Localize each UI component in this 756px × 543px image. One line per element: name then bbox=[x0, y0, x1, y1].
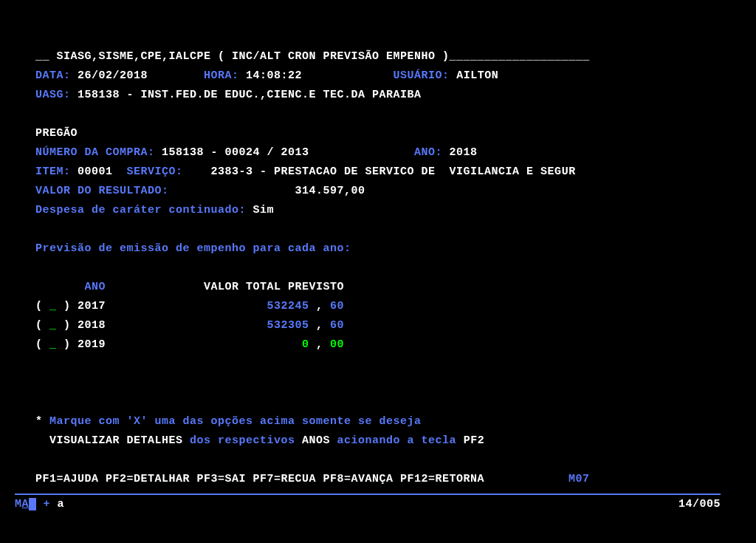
hint-line2: VISUALIZAR DETALHES dos respectivos ANOS… bbox=[35, 434, 484, 447]
cursor-icon bbox=[29, 498, 36, 510]
pregao-label: PREGÃO bbox=[35, 127, 78, 140]
mark-input: _ bbox=[49, 300, 57, 313]
info-line2: UASG: 158138 - INST.FED.DE EDUC.,CIENC.E… bbox=[35, 89, 422, 101]
previsao-title: Previsão de emissão de empenho para cada… bbox=[35, 242, 351, 255]
item-line: ITEM: 00001 SERVIÇO: 2383-3 - PRESTACAO … bbox=[35, 165, 576, 178]
table-row[interactable]: ( _ ) 2018 532305 , 60 bbox=[35, 319, 344, 332]
compra-line: NÚMERO DA COMPRA: 158138 - 00024 / 2013 … bbox=[35, 146, 478, 159]
hint-line1: * Marque com 'X' uma das opções acima so… bbox=[35, 415, 422, 428]
status-left: MA + a bbox=[15, 498, 64, 510]
status-bar: MA + a 14/005 bbox=[15, 494, 721, 510]
valor-line: VALOR DO RESULTADO: 314.597,00 bbox=[35, 185, 365, 197]
table-row[interactable]: ( _ ) 2017 532245 , 60 bbox=[35, 300, 344, 313]
table-header: ANO VALOR TOTAL PREVISTO bbox=[35, 281, 344, 293]
despesa-line: Despesa de caráter continuado: Sim bbox=[35, 204, 274, 216]
table-row[interactable]: ( _ ) 2019 0 , 00 bbox=[35, 338, 344, 351]
info-line1: DATA: 26/02/2018 HORA: 14:08:22 USUÁRIO:… bbox=[35, 69, 498, 82]
mark-input: _ bbox=[49, 319, 57, 332]
fkeys-line: PF1=AJUDA PF2=DETALHAR PF3=SAI PF7=RECUA… bbox=[35, 473, 590, 485]
mark-input: _ bbox=[49, 338, 57, 351]
terminal-screen: __ SIASG,SISME,CPE,IALCPE ( INC/ALT CRON… bbox=[0, 0, 756, 489]
cursor-position: 14/005 bbox=[678, 498, 721, 510]
header-line: __ SIASG,SISME,CPE,IALCPE ( INC/ALT CRON… bbox=[35, 50, 590, 63]
